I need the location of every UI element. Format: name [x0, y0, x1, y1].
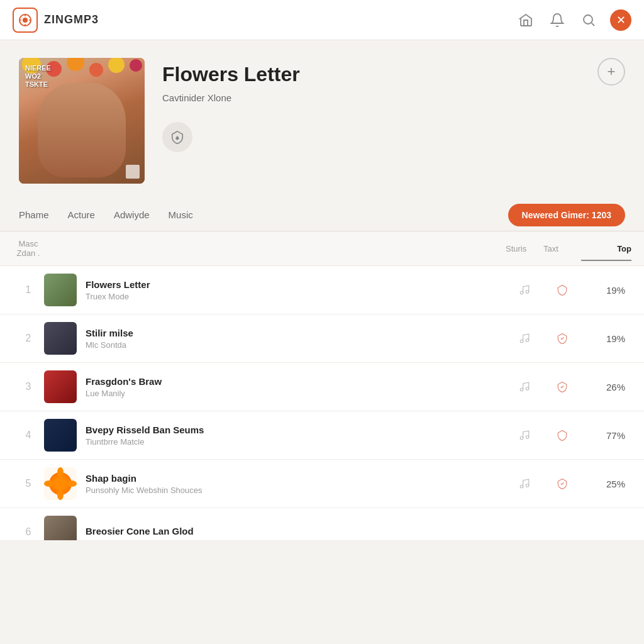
song-info: Stilir milse Mlc Sontda	[86, 328, 506, 350]
table-row[interactable]: 2 Stilir milse Mlc Sontda 19%	[0, 314, 644, 363]
album-overlay-text: NIEREEWO2TSKТЕ	[25, 64, 51, 89]
song-artist: Mlc Sontda	[86, 340, 506, 350]
svg-point-4	[520, 291, 523, 294]
music-note-icon[interactable]	[506, 284, 543, 296]
row-song: Breosier Cone Lan Glod	[44, 516, 506, 541]
logo-text: ZINGMP3	[44, 13, 99, 26]
row-number: 6	[13, 526, 44, 538]
th-taxt: Taxt	[543, 244, 581, 253]
song-artist: Punsohly Mic Webshin Shouces	[86, 486, 506, 495]
row-song: Frasgdon's Braw Lue Manily	[44, 370, 506, 403]
album-title: Flowers Letter	[162, 63, 625, 86]
tab-acture[interactable]: Acture	[68, 207, 95, 223]
row-number: 3	[13, 381, 44, 392]
row-song: Bvepy Risseld Ban Seums Tiuntbrre Matcle	[44, 419, 506, 452]
tab-phame[interactable]: Phame	[19, 207, 49, 223]
bell-icon[interactable]	[547, 10, 567, 30]
table-row[interactable]: 3 Frasgdon's Braw Lue Manily 26%	[0, 363, 644, 411]
music-note-icon[interactable]	[506, 333, 543, 344]
tab-adwiyde[interactable]: Adwiyde	[114, 207, 150, 223]
song-thumbnail	[44, 419, 77, 452]
song-name: Breosier Cone Lan Glod	[86, 526, 506, 536]
row-number: 5	[13, 478, 44, 489]
table-section: Masc Zdan . Sturis Taxt Top 1 Flowers Le…	[0, 231, 644, 541]
hero-info: Flowers Letter Cavtinider Xlone	[162, 58, 625, 152]
table-row[interactable]: 1 Flowers Letter Truex Mode 19%	[0, 266, 644, 314]
home-icon[interactable]	[516, 10, 536, 30]
song-name: Flowers Letter	[86, 279, 506, 290]
svg-point-1	[23, 18, 28, 23]
header-actions: ✕	[516, 9, 631, 31]
logo-icon[interactable]	[13, 8, 38, 33]
add-button[interactable]: +	[597, 58, 625, 86]
song-info: Shap bagin Punsohly Mic Webshin Shouces	[86, 473, 506, 495]
album-artist: Cavtinider Xlone	[162, 92, 625, 103]
th-sturis: Sturis	[506, 244, 543, 253]
row-percent: 77%	[581, 430, 631, 441]
song-info: Frasgdon's Braw Lue Manily	[86, 376, 506, 398]
newered-button[interactable]: Newered Gimer: 1203	[508, 204, 625, 226]
svg-point-6	[520, 340, 523, 343]
app-header: ZINGMP3 ✕	[0, 0, 644, 40]
row-percent: 25%	[581, 479, 631, 489]
row-song: Flowers Letter Truex Mode	[44, 274, 506, 306]
music-note-icon[interactable]	[506, 430, 543, 441]
row-song: Stilir milse Mlc Sontda	[44, 322, 506, 355]
music-note-icon[interactable]	[506, 478, 543, 489]
song-thumbnail	[44, 370, 77, 403]
svg-point-10	[520, 436, 523, 440]
svg-point-8	[520, 388, 523, 391]
svg-point-7	[526, 339, 529, 342]
svg-point-2	[584, 15, 592, 24]
song-name: Frasgdon's Braw	[86, 376, 506, 387]
th-track: Masc Zdan .	[13, 239, 44, 258]
shield-check-icon[interactable]	[543, 381, 581, 392]
svg-point-13	[526, 484, 529, 487]
tab-music[interactable]: Music	[169, 207, 193, 223]
header-logo-area: ZINGMP3	[13, 8, 99, 33]
song-thumbnail	[44, 274, 77, 306]
row-number: 1	[13, 284, 44, 296]
th-top[interactable]: Top	[581, 244, 631, 253]
song-artist: Tiuntbrre Matcle	[86, 437, 506, 447]
song-name: Shap bagin	[86, 473, 506, 484]
shield-check-icon[interactable]	[543, 478, 581, 489]
shield-icon[interactable]	[543, 430, 581, 441]
shield-icon[interactable]	[543, 284, 581, 296]
tabs-section: Phame Acture Adwiyde Music Newered Gimer…	[0, 199, 644, 231]
table-row[interactable]: 5 Shap bagin Punsohly Mic Webshin Shouce…	[0, 460, 644, 508]
song-info: Flowers Letter Truex Mode	[86, 279, 506, 301]
svg-point-3	[176, 137, 179, 140]
song-thumbnail	[44, 516, 77, 541]
table-row[interactable]: 6 Breosier Cone Lan Glod	[0, 508, 644, 541]
song-thumbnail	[44, 322, 77, 355]
song-name: Stilir milse	[86, 328, 506, 338]
row-percent: 19%	[581, 333, 631, 344]
row-number: 4	[13, 430, 44, 441]
album-art-image: NIEREEWO2TSKТЕ	[19, 58, 145, 184]
shield-check-icon[interactable]	[543, 333, 581, 344]
shield-button[interactable]	[162, 122, 192, 152]
song-info: Bvepy Risseld Ban Seums Tiuntbrre Matcle	[86, 425, 506, 447]
song-artist: Lue Manily	[86, 389, 506, 398]
table-row[interactable]: 4 Bvepy Risseld Ban Seums Tiuntbrre Matc…	[0, 411, 644, 460]
svg-point-5	[526, 291, 529, 294]
row-number: 2	[13, 333, 44, 344]
close-button[interactable]: ✕	[610, 9, 631, 31]
album-art: NIEREEWO2TSKТЕ	[19, 58, 145, 184]
song-info: Breosier Cone Lan Glod	[86, 526, 506, 538]
tabs-list: Phame Acture Adwiyde Music	[19, 207, 193, 223]
svg-point-9	[526, 387, 529, 391]
music-note-icon[interactable]	[506, 381, 543, 392]
row-percent: 19%	[581, 285, 631, 296]
svg-point-11	[526, 436, 529, 439]
row-song: Shap bagin Punsohly Mic Webshin Shouces	[44, 467, 506, 500]
row-percent: 26%	[581, 382, 631, 392]
search-icon[interactable]	[579, 10, 599, 30]
song-thumbnail	[44, 467, 77, 500]
table-header: Masc Zdan . Sturis Taxt Top	[0, 231, 644, 266]
svg-point-12	[520, 485, 523, 488]
hero-section: NIEREEWO2TSKТЕ Flowers Letter Cavtinider…	[0, 40, 644, 199]
song-name: Bvepy Risseld Ban Seums	[86, 425, 506, 435]
song-artist: Truex Mode	[86, 292, 506, 301]
